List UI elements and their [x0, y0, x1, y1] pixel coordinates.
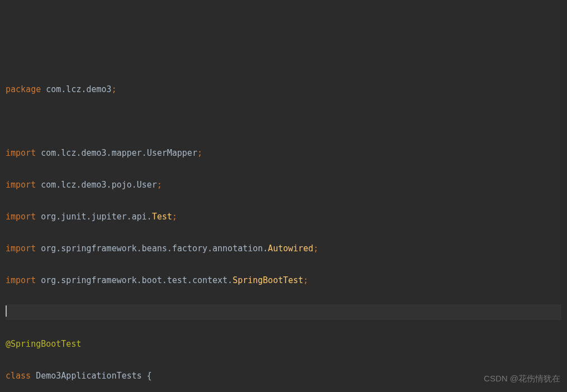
keyword-import: import: [6, 275, 36, 285]
code-editor[interactable]: package com.lcz.demo3; import com.lcz.de…: [6, 65, 561, 392]
keyword-package: package: [6, 84, 41, 94]
keyword-class: class: [6, 371, 31, 381]
import-class: Test: [152, 212, 172, 222]
import-class: Autowired: [268, 243, 313, 254]
code-line[interactable]: package com.lcz.demo3;: [6, 82, 561, 98]
code-line[interactable]: import org.springframework.boot.test.con…: [6, 273, 561, 289]
code-line[interactable]: class Demo3ApplicationTests {: [6, 368, 561, 384]
semicolon: ;: [157, 180, 162, 190]
semicolon: ;: [172, 212, 177, 222]
import-path: com.lcz.demo3.mapper.: [41, 148, 147, 158]
import-path: org.junit.jupiter.api.: [41, 212, 152, 222]
code-line-blank[interactable]: [6, 113, 561, 130]
import-class: UserMapper: [147, 148, 197, 158]
semicolon: ;: [303, 275, 308, 285]
brace: {: [142, 371, 152, 381]
import-path: com.lcz.demo3.pojo.: [41, 180, 137, 190]
keyword-import: import: [6, 180, 36, 190]
keyword-import: import: [6, 243, 36, 254]
semicolon: ;: [197, 148, 202, 158]
code-line[interactable]: import com.lcz.demo3.mapper.UserMapper;: [6, 145, 561, 161]
keyword-import: import: [6, 148, 36, 158]
keyword-import: import: [6, 212, 36, 222]
import-path: org.springframework.beans.factory.annota…: [41, 243, 268, 254]
code-line-caret[interactable]: [6, 304, 561, 321]
package-name: com.lcz.demo3: [46, 84, 111, 94]
import-path: org.springframework.boot.test.context.: [41, 275, 232, 285]
code-line[interactable]: @SpringBootTest: [6, 336, 561, 352]
code-line[interactable]: import org.springframework.beans.factory…: [6, 241, 561, 257]
caret-icon: [6, 305, 7, 317]
semicolon: ;: [112, 84, 117, 94]
import-class: User: [137, 180, 157, 190]
annotation: @SpringBootTest: [6, 339, 81, 349]
code-line[interactable]: import com.lcz.demo3.pojo.User;: [6, 177, 561, 193]
watermark: CSDN @花伤情犹在: [484, 371, 560, 387]
import-class: SpringBootTest: [232, 275, 303, 285]
semicolon: ;: [313, 243, 318, 254]
code-line[interactable]: import org.junit.jupiter.api.Test;: [6, 209, 561, 225]
class-name: Demo3ApplicationTests: [36, 371, 142, 381]
